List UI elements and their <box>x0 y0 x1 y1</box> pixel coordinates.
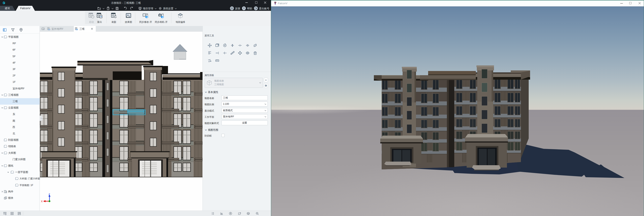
svg-text:X: X <box>41 200 43 203</box>
svg-text:Z: Z <box>48 193 50 196</box>
